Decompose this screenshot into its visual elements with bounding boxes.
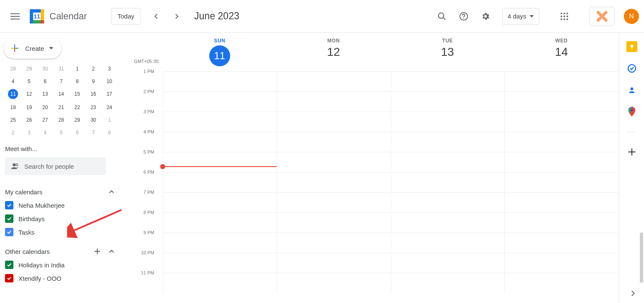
mini-calendar-day[interactable]: 25 — [7, 116, 19, 124]
mini-calendar-day[interactable]: 11 — [8, 89, 18, 99]
svg-point-35 — [630, 44, 633, 47]
mini-calendar-day[interactable]: 1 — [104, 116, 115, 124]
checkbox-icon[interactable] — [5, 261, 13, 269]
get-addons-button[interactable] — [626, 146, 637, 157]
add-other-calendar-button[interactable] — [93, 247, 101, 256]
search-people-input[interactable]: Search for people — [5, 157, 106, 175]
mini-calendar-day[interactable]: 29 — [23, 65, 35, 73]
day-of-month[interactable]: 12 — [277, 45, 391, 59]
mini-calendar-day[interactable]: 26 — [23, 116, 35, 124]
calendar-list-item[interactable]: Xtendify - OOO — [5, 274, 117, 282]
checkbox-icon[interactable] — [5, 274, 13, 282]
prev-period-button[interactable] — [148, 8, 165, 25]
calendar-name: Birthdays — [18, 215, 45, 222]
calendar-list-item[interactable]: Neha Mukherjee — [5, 201, 117, 209]
mini-calendar-day[interactable]: 28 — [7, 65, 19, 73]
extension-logo[interactable] — [589, 7, 615, 26]
mini-calendar-day[interactable]: 12 — [23, 90, 35, 98]
mini-calendar-day[interactable]: 14 — [55, 90, 67, 98]
day-of-week: TUE — [391, 38, 505, 44]
main-menu-button[interactable] — [5, 6, 25, 26]
mini-calendar-day[interactable]: 7 — [55, 77, 67, 86]
mini-calendar-day[interactable]: 23 — [88, 103, 99, 112]
settings-button[interactable] — [476, 7, 495, 26]
plus-icon — [9, 43, 20, 54]
calendar-list-item[interactable]: Tasks — [5, 228, 117, 236]
mini-calendar-day[interactable]: 2 — [88, 65, 99, 73]
mini-calendar-day[interactable]: 5 — [55, 128, 67, 137]
day-header[interactable]: WED 14 — [504, 33, 618, 71]
mini-calendar-day[interactable]: 5 — [23, 77, 35, 86]
mini-calendar-day[interactable]: 6 — [71, 128, 83, 137]
day-header[interactable]: SUN 11 — [163, 33, 277, 71]
day-of-month[interactable]: 14 — [504, 45, 618, 59]
mini-calendar-day[interactable]: 13 — [39, 90, 51, 98]
meet-with-label: Meet with... — [5, 145, 117, 152]
sidebar: Create 282930311234567891011121314151617… — [0, 33, 122, 303]
hour-label: 3 PM — [122, 112, 158, 132]
create-button[interactable]: Create — [3, 38, 62, 59]
current-date-range[interactable]: June 2023 — [194, 10, 239, 22]
today-button[interactable]: Today — [111, 8, 140, 25]
mini-calendar-day[interactable]: 30 — [39, 65, 51, 73]
day-of-month[interactable]: 13 — [391, 45, 505, 59]
next-period-button[interactable] — [168, 8, 185, 25]
mini-calendar-day[interactable]: 10 — [104, 77, 115, 86]
keep-icon[interactable] — [626, 41, 637, 52]
google-apps-button[interactable] — [555, 7, 574, 26]
time-gutter: GMT+05:30 1 PM2 PM3 PM4 PM5 PM6 PM7 PM8 … — [122, 33, 163, 303]
checkbox-icon[interactable] — [5, 228, 13, 236]
mini-calendar-day[interactable]: 20 — [39, 103, 51, 112]
calendar-list-item[interactable]: Holidays in India — [5, 261, 117, 269]
view-switcher[interactable]: 4 days — [502, 8, 539, 25]
mini-calendar-day[interactable]: 30 — [88, 116, 99, 124]
mini-calendar-day[interactable]: 4 — [39, 128, 51, 137]
mini-calendar-day[interactable]: 2 — [7, 128, 19, 137]
mini-calendar-day[interactable]: 6 — [39, 77, 51, 86]
chevron-up-icon — [107, 247, 116, 256]
mini-calendar[interactable]: 2829303112345678910111213141516171819202… — [5, 65, 117, 137]
contacts-icon[interactable] — [626, 85, 637, 96]
mini-calendar-day[interactable]: 8 — [104, 128, 115, 137]
mini-calendar-day[interactable]: 3 — [104, 65, 115, 73]
day-grid[interactable]: SUN 11 MON 12 TUE 13 WED 14 — [163, 33, 619, 303]
mini-calendar-day[interactable]: 31 — [55, 65, 67, 73]
mini-calendar-day[interactable]: 27 — [39, 116, 51, 124]
mini-calendar-day[interactable]: 4 — [7, 77, 19, 86]
mini-calendar-day[interactable]: 28 — [55, 116, 67, 124]
search-button[interactable] — [433, 7, 451, 26]
hour-label: 10 PM — [122, 253, 158, 273]
my-calendars-header[interactable]: My calendars — [5, 188, 117, 196]
mini-calendar-day[interactable]: 21 — [55, 103, 67, 112]
dropdown-caret-icon — [530, 14, 534, 18]
mini-calendar-day[interactable]: 1 — [71, 65, 83, 73]
help-button[interactable] — [454, 7, 473, 26]
mini-calendar-day[interactable]: 9 — [88, 77, 99, 86]
mini-calendar-day[interactable]: 29 — [71, 116, 83, 124]
day-header[interactable]: MON 12 — [277, 33, 391, 71]
mini-calendar-day[interactable]: 22 — [71, 103, 83, 112]
hide-side-panel-button[interactable] — [629, 290, 636, 299]
mini-calendar-day[interactable]: 24 — [104, 103, 115, 112]
other-calendars-label: Other calendars — [5, 248, 50, 255]
checkbox-icon[interactable] — [5, 214, 13, 223]
mini-calendar-day[interactable]: 15 — [71, 90, 83, 98]
mini-calendar-day[interactable]: 19 — [23, 103, 35, 112]
maps-icon[interactable] — [626, 107, 637, 118]
checkbox-icon[interactable] — [5, 201, 13, 209]
mini-calendar-day[interactable]: 7 — [88, 128, 99, 137]
mini-calendar-day[interactable]: 3 — [23, 128, 35, 137]
hour-label: 2 PM — [122, 91, 158, 112]
calendar-list-item[interactable]: Birthdays — [5, 214, 117, 223]
day-of-month[interactable]: 11 — [209, 45, 230, 66]
day-header[interactable]: TUE 13 — [391, 33, 505, 71]
mini-calendar-day[interactable]: 17 — [104, 90, 115, 98]
mini-calendar-day[interactable]: 18 — [7, 103, 19, 112]
mini-calendar-day[interactable]: 16 — [88, 90, 99, 98]
other-calendars-header[interactable]: Other calendars — [5, 247, 117, 256]
mini-calendar-day[interactable]: 8 — [71, 77, 83, 86]
svg-point-29 — [13, 163, 16, 166]
search-people-placeholder: Search for people — [24, 163, 74, 170]
account-avatar[interactable]: N — [624, 9, 639, 24]
tasks-icon[interactable] — [626, 63, 637, 74]
